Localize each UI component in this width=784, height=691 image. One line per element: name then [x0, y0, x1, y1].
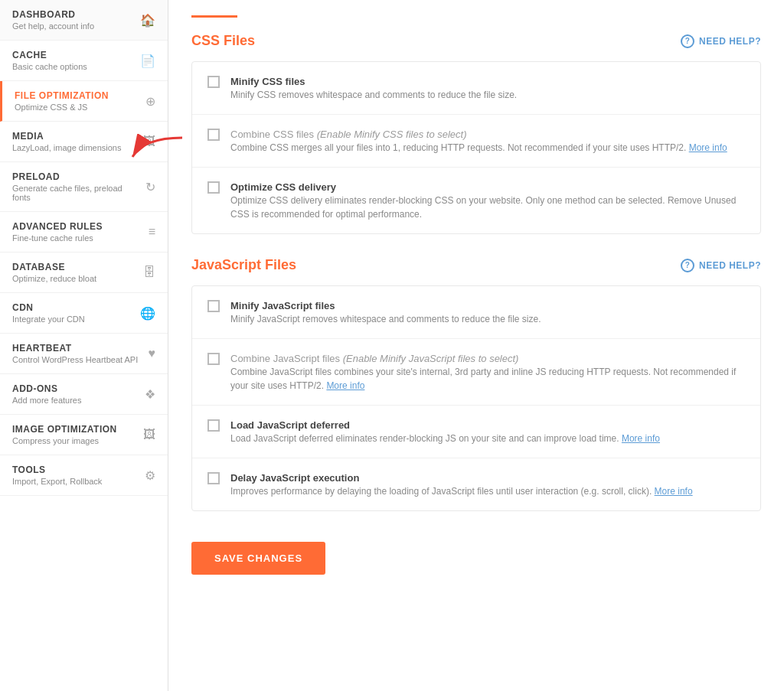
- sidebar-item-sub: Generate cache files, preload fonts: [12, 184, 139, 202]
- option-content: Optimize CSS delivery Optimize CSS deliv…: [230, 180, 745, 221]
- option-checkbox[interactable]: [207, 353, 220, 365]
- js-section-title: JavaScript Files: [191, 257, 296, 273]
- option-content: Load JavaScript deferred Load JavaScript…: [230, 418, 745, 445]
- sidebar: DASHBOARD Get help, account info 🏠 CACHE…: [0, 0, 168, 691]
- css-option-row: Combine CSS files (Enable Minify CSS fil…: [192, 115, 760, 168]
- sidebar-item-sub: Control WordPress Heartbeat API: [12, 355, 142, 364]
- main-content: CSS Files ? NEED HELP? Minify CSS files …: [168, 0, 784, 691]
- sidebar-item-database[interactable]: DATABASE Optimize, reduce bloat 🗄: [0, 253, 168, 293]
- sidebar-item-icon: ⚙: [145, 468, 155, 483]
- sidebar-item-sub: Add more features: [12, 396, 139, 405]
- more-info-link[interactable]: More info: [622, 433, 660, 444]
- sidebar-item-sub: LazyLoad, image dimensions: [12, 143, 137, 152]
- css-section-header: CSS Files ? NEED HELP?: [191, 33, 761, 49]
- sidebar-item-icon: 🖼: [143, 135, 155, 148]
- js-options-card: Minify JavaScript files Minify JavaScrip…: [191, 285, 761, 511]
- sidebar-item-title: HEARTBEAT: [12, 343, 142, 354]
- sidebar-item-title: TOOLS: [12, 464, 139, 475]
- more-info-link[interactable]: More info: [655, 486, 693, 497]
- more-info-link[interactable]: More info: [326, 380, 364, 391]
- option-checkbox[interactable]: [207, 472, 220, 484]
- sidebar-item-icon: ↻: [145, 180, 155, 194]
- css-options-card: Minify CSS files Minify CSS removes whit…: [191, 61, 761, 234]
- sidebar-item-title: DASHBOARD: [12, 9, 134, 20]
- sidebar-item-title: ADVANCED RULES: [12, 221, 142, 232]
- sidebar-item-dashboard[interactable]: DASHBOARD Get help, account info 🏠: [0, 0, 168, 41]
- option-label: Minify CSS files: [230, 76, 305, 87]
- option-desc: Combine CSS merges all your files into 1…: [230, 141, 745, 155]
- sidebar-item-sub: Integrate your CDN: [12, 315, 134, 324]
- sidebar-item-icon: ♥: [149, 347, 156, 360]
- option-checkbox[interactable]: [207, 76, 220, 88]
- option-content: Combine JavaScript files (Enable Minify …: [230, 351, 745, 393]
- option-checkbox[interactable]: [207, 129, 220, 141]
- sidebar-item-icon: ❖: [145, 387, 155, 402]
- sidebar-item-title: DATABASE: [12, 262, 137, 272]
- option-desc: Minify JavaScript removes whitespace and…: [230, 312, 745, 326]
- sidebar-item-preload[interactable]: PRELOAD Generate cache files, preload fo…: [0, 162, 168, 212]
- option-desc: Combine JavaScript files combines your s…: [230, 365, 745, 393]
- sidebar-item-icon: 🗄: [143, 266, 155, 279]
- sidebar-item-title: PRELOAD: [12, 171, 139, 182]
- sidebar-item-cdn[interactable]: CDN Integrate your CDN 🌐: [0, 293, 168, 334]
- js-need-help-button[interactable]: ? NEED HELP?: [681, 259, 761, 272]
- option-desc: Improves performance by delaying the loa…: [230, 484, 745, 498]
- sidebar-item-title: MEDIA: [12, 131, 137, 142]
- top-accent-line: [191, 15, 237, 18]
- js-option-row: Load JavaScript deferred Load JavaScript…: [192, 406, 760, 458]
- js-option-row: Minify JavaScript files Minify JavaScrip…: [192, 286, 760, 339]
- sidebar-item-icon: 🖼: [143, 428, 155, 442]
- sidebar-item-icon: 🏠: [140, 13, 155, 28]
- sidebar-item-icon: 🌐: [140, 306, 155, 321]
- option-label: Load JavaScript deferred: [230, 419, 350, 431]
- option-content: Minify JavaScript files Minify JavaScrip…: [230, 298, 745, 326]
- sidebar-item-sub: Basic cache options: [12, 62, 134, 71]
- option-desc: Minify CSS removes whitespace and commen…: [230, 88, 745, 102]
- sidebar-item-cache[interactable]: CACHE Basic cache options 📄: [0, 41, 168, 81]
- option-label: Minify JavaScript files: [230, 300, 335, 311]
- sidebar-item-image-optimization[interactable]: IMAGE OPTIMIZATION Compress your images …: [0, 415, 168, 455]
- more-info-link[interactable]: More info: [689, 142, 727, 153]
- option-checkbox[interactable]: [207, 181, 220, 194]
- sidebar-item-sub: Fine-tune cache rules: [12, 233, 142, 243]
- css-section-title: CSS Files: [191, 33, 255, 49]
- option-checkbox[interactable]: [207, 419, 220, 432]
- css-option-row: Minify CSS files Minify CSS removes whit…: [192, 62, 760, 115]
- js-help-icon: ?: [681, 259, 694, 272]
- option-label: Combine CSS files (Enable Minify CSS fil…: [230, 129, 467, 140]
- sidebar-item-icon: ≡: [149, 225, 155, 239]
- sidebar-item-title: CACHE: [12, 50, 134, 60]
- option-label: Combine JavaScript files (Enable Minify …: [230, 353, 518, 364]
- option-desc: Load JavaScript deferred eliminates rend…: [230, 432, 745, 445]
- sidebar-item-add-ons[interactable]: ADD-ONS Add more features ❖: [0, 374, 168, 415]
- js-option-row: Delay JavaScript execution Improves perf…: [192, 458, 760, 510]
- option-desc: Optimize CSS delivery eliminates render-…: [230, 194, 745, 221]
- option-label: Optimize CSS delivery: [230, 181, 336, 193]
- sidebar-item-sub: Optimize CSS & JS: [15, 103, 139, 112]
- option-content: Minify CSS files Minify CSS removes whit…: [230, 74, 745, 102]
- sidebar-item-title: FILE OPTIMIZATION: [15, 90, 139, 101]
- sidebar-item-title: ADD-ONS: [12, 383, 139, 394]
- sidebar-item-sub: Import, Export, Rollback: [12, 477, 139, 486]
- css-option-row: Optimize CSS delivery Optimize CSS deliv…: [192, 168, 760, 233]
- sidebar-item-title: CDN: [12, 302, 134, 313]
- js-option-row: Combine JavaScript files (Enable Minify …: [192, 339, 760, 406]
- save-changes-button[interactable]: SAVE CHANGES: [191, 542, 325, 575]
- option-checkbox[interactable]: [207, 300, 220, 312]
- option-content: Combine CSS files (Enable Minify CSS fil…: [230, 127, 745, 155]
- option-label: Delay JavaScript execution: [230, 472, 359, 484]
- sidebar-item-icon: ⊕: [145, 94, 155, 109]
- sidebar-item-title: IMAGE OPTIMIZATION: [12, 424, 137, 435]
- sidebar-item-icon: 📄: [140, 54, 155, 68]
- sidebar-item-media[interactable]: MEDIA LazyLoad, image dimensions 🖼: [0, 122, 168, 162]
- sidebar-item-sub: Compress your images: [12, 436, 137, 445]
- sidebar-item-heartbeat[interactable]: HEARTBEAT Control WordPress Heartbeat AP…: [0, 334, 168, 374]
- sidebar-item-advanced-rules[interactable]: ADVANCED RULES Fine-tune cache rules ≡: [0, 212, 168, 253]
- sidebar-item-file-optimization[interactable]: FILE OPTIMIZATION Optimize CSS & JS ⊕: [0, 81, 168, 122]
- option-content: Delay JavaScript execution Improves perf…: [230, 471, 745, 498]
- css-need-help-button[interactable]: ? NEED HELP?: [681, 34, 761, 48]
- help-icon: ?: [681, 34, 694, 48]
- sidebar-item-sub: Get help, account info: [12, 21, 134, 31]
- js-section-header: JavaScript Files ? NEED HELP?: [191, 257, 761, 273]
- sidebar-item-tools[interactable]: TOOLS Import, Export, Rollback ⚙: [0, 455, 168, 496]
